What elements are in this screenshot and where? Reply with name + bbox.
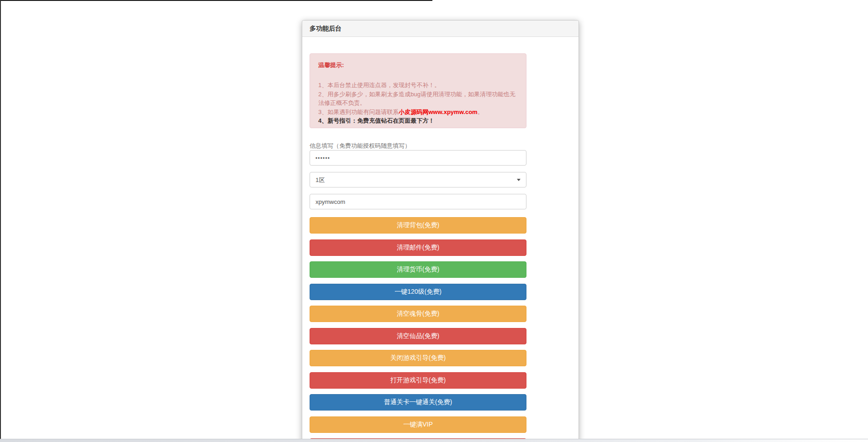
action-button-5[interactable]: 清空魂骨(免费) [310,306,526,322]
action-button-list: 清理背包(免费)清理邮件(免费)清理货币(免费)一键120级(免费)清空魂骨(免… [310,217,526,442]
notice-lines: 1、本后台禁止使用连点器，发现封号不补！。2、用多少刷多少，如果刷太多造成bug… [318,81,518,125]
auth-code-input[interactable] [310,194,526,209]
notice-text: 1、本后台禁止使用连点器，发现封号不补！。 [318,82,440,88]
panel-title: 多功能后台 [310,25,342,32]
server-select-wrap: 1区 [310,172,526,187]
notice-title: 温馨提示: [318,61,518,69]
action-button-2[interactable]: 清理邮件(免费) [310,239,526,256]
server-select[interactable]: 1区 [310,172,526,187]
form-section-label: 信息填写（免费功能授权码随意填写） [310,142,410,150]
action-button-1[interactable]: 清理背包(免费) [310,217,526,234]
notice-text: 。 [478,109,484,115]
admin-panel: 多功能后台 温馨提示: 1、本后台禁止使用连点器，发现封号不补！。2、用多少刷多… [302,20,579,442]
notice-box: 温馨提示: 1、本后台禁止使用连点器，发现封号不补！。2、用多少刷多少，如果刷太… [310,53,526,128]
action-button-9[interactable]: 普通关卡一键通关(免费) [310,394,526,411]
notice-line: 2、用多少刷多少，如果刷太多造成bug请使用清理功能，如果清理功能也无法修正概不… [318,90,518,108]
horizontal-scrollbar[interactable] [0,439,868,442]
action-button-6[interactable]: 清空仙品(免费) [310,328,526,344]
notice-line: 1、本后台禁止使用连点器，发现封号不补！。 [318,81,518,90]
notice-line: 3、如果遇到功能有问题请联系小皮源码网www.xpymw.com。 [318,108,518,117]
notice-text: 2、用多少刷多少，如果刷太多造成bug请使用清理功能，如果清理功能也无法修正概不… [318,91,516,107]
notice-text: 3、如果遇到功能有问题请联系 [318,109,399,115]
action-button-3[interactable]: 清理货币(免费) [310,261,526,278]
xpymw-link: 小皮源码网www.xpymw.com [399,109,477,115]
action-button-4[interactable]: 一键120级(免费) [310,284,526,300]
notice-text: 4、新号指引：免费充值钻石在页面最下方！ [318,117,434,124]
panel-header: 多功能后台 [302,21,579,37]
password-input[interactable] [310,150,526,166]
action-button-10[interactable]: 一键满VIP [310,416,526,433]
top-border-line [0,0,432,1]
action-button-7[interactable]: 关闭游戏引导(免费) [310,350,526,366]
action-button-8[interactable]: 打开游戏引导(免费) [310,372,526,389]
left-border-line [0,0,1,439]
notice-line: 4、新号指引：免费充值钻石在页面最下方！ [318,116,518,125]
